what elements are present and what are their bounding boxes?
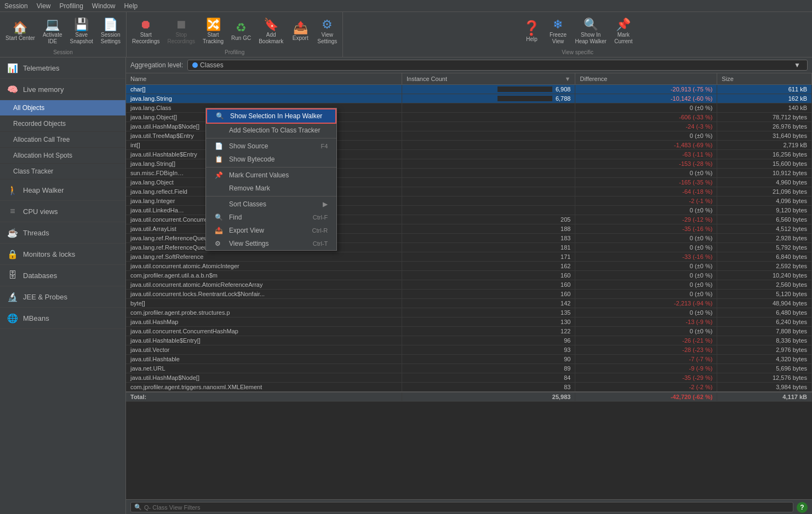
start-tracking-button[interactable]: 🔀 StartTracking [199,14,227,49]
col-header-count[interactable]: Instance Count▼ [402,73,575,85]
sidebar-sub-allocation-hot-spots[interactable]: Allocation Hot Spots [0,148,125,164]
menu-view[interactable]: View [32,1,55,11]
start-recordings-button[interactable]: ⏺ StartRecordings [129,14,163,49]
col-header-size[interactable]: Size [717,73,812,85]
stop-recordings-button[interactable]: ⏹ StopRecordings [164,14,199,49]
cell-diff: -64 (-18 %) [575,187,717,197]
statusbar-help-button[interactable]: ? [797,502,808,513]
start-center-button[interactable]: 🏠 Start Center [2,14,38,49]
view-settings-toolbar-button[interactable]: ⚙ ViewSettings [314,14,340,49]
table-row[interactable]: java.util.concurrent.ConcurrentHashMap12… [126,327,812,336]
sidebar-item-heap-walker[interactable]: 🚶 Heap Walker [0,180,125,201]
ctx-show-source[interactable]: 📄 Show Source F4 [206,140,336,153]
ctx-view-settings[interactable]: ⚙ View Settings Ctrl-T [206,237,336,250]
export-icon: 📤 [293,22,308,34]
cell-count: 96 [402,336,575,345]
menu-profiling[interactable]: Profiling [55,1,88,11]
col-header-name[interactable]: Name [126,73,402,85]
sidebar-item-jee-probes[interactable]: 🔬 JEE & Probes [0,286,125,308]
aggregation-value[interactable]: Classes ▼ [187,60,808,71]
ctx-add-selection-tracker[interactable]: Add Selection To Class Tracker [206,124,336,137]
sidebar-item-databases[interactable]: 🗄 Databases [0,265,125,286]
ctx-sort-classes[interactable]: Sort Classes ▶ [206,198,336,211]
sidebar-item-monitors-locks[interactable]: 🔒 Monitors & locks [0,244,125,265]
ctx-export-view[interactable]: 📤 Export View Ctrl-R [206,224,336,237]
run-gc-button[interactable]: ♻ Run GC [228,14,254,49]
sidebar-sub-allocation-call-tree[interactable]: Allocation Call Tree [0,132,125,148]
ctx-find[interactable]: 🔍 Find Ctrl-F [206,211,336,224]
table-row[interactable]: char[]6,908-20,913 (-75 %)611 kB [126,85,812,94]
menu-session[interactable]: Session [0,1,32,11]
total-label: Total: [126,392,402,402]
sidebar-item-label-cpu-views: CPU views [23,207,58,216]
ctx-show-bytecode[interactable]: 📋 Show Bytecode [206,153,336,166]
ctx-export-view-icon: 📤 [215,227,225,234]
cell-diff: 0 (±0 %) [575,169,717,178]
table-row[interactable]: com.jprofiler.agent.util.a.a.b.n$m1600 (… [126,271,812,280]
search-input[interactable] [144,504,790,511]
activate-ide-button[interactable]: 💻 ActivateIDE [39,14,66,49]
statusbar-search[interactable]: 🔍 [130,502,793,512]
sidebar-item-threads[interactable]: ☕ Threads [0,222,125,244]
cell-diff: -10,142 (-60 %) [575,94,717,103]
sidebar-sub-all-objects[interactable]: All Objects [0,100,125,116]
table-row[interactable]: byte[]142-2,213 (-94 %)48,904 bytes [126,299,812,308]
toolbar: 🏠 Start Center 💻 ActivateIDE 💾 SaveSnaps… [0,12,812,57]
sidebar-item-telemetries[interactable]: 📊 Telemetries [0,57,125,79]
run-gc-icon: ♻ [236,22,247,34]
menu-window[interactable]: Window [88,1,120,11]
ctx-remove-mark[interactable]: Remove Mark [206,182,336,195]
sidebar-sub-recorded-objects[interactable]: Recorded Objects [0,116,125,132]
table-row[interactable]: java.util.HashMap130-13 (-9 %)6,240 byte… [126,317,812,327]
table-row[interactable]: java.util.Vector93-28 (-23 %)2,976 bytes [126,345,812,355]
table-row[interactable]: java.util.Hashtable90-7 (-7 %)4,320 byte… [126,355,812,364]
export-button[interactable]: 📤 Export [288,14,313,49]
ctx-show-selection-heap[interactable]: 🔍 Show Selection In Heap Walker [206,108,336,124]
cell-size: 15,600 bytes [717,159,812,169]
cell-diff: -26 (-21 %) [575,336,717,345]
save-snapshot-label: SaveSnapshot [70,32,93,45]
sidebar-item-label-databases: Databases [23,272,57,280]
view-settings-label: ViewSettings [317,32,337,45]
table-row[interactable]: java.util.HashMap$Node[]84-35 (-29 %)12,… [126,373,812,383]
cell-count [402,113,575,122]
cpu-views-icon: ≡ [7,205,19,217]
aggregation-dropdown-arrow[interactable]: ▼ [792,61,803,69]
ctx-mark-current-values[interactable]: 📌 Mark Current Values [206,169,336,182]
sidebar-item-cpu-views[interactable]: ≡ CPU views [0,201,125,222]
table-row[interactable]: com.jprofiler.agent.triggers.nanoxml.XML… [126,383,812,392]
table-row[interactable]: com.jprofiler.agent.probe.structures.p13… [126,308,812,317]
table-row[interactable]: java.util.concurrent.atomic.AtomicIntege… [126,262,812,271]
ctx-sort-classes-label: Sort Classes [229,200,318,208]
cell-diff: 0 (±0 %) [575,234,717,243]
sidebar-item-live-memory[interactable]: 🧠 Live memory [0,79,125,100]
table-row[interactable]: java.lang.String6,788-10,142 (-60 %)162 … [126,94,812,103]
cell-size: 4,512 bytes [717,224,812,234]
ctx-mark-current-values-label: Mark Current Values [229,171,323,179]
mark-current-button[interactable]: 📌 MarkCurrent [611,14,636,49]
cell-diff: 0 (±0 %) [575,103,717,113]
show-in-heap-walker-button[interactable]: 🔍 Show InHeap Walker [571,14,609,49]
add-bookmark-label: AddBookmark [259,32,283,45]
cell-name: java.net.URL [126,364,402,373]
freeze-view-button[interactable]: ❄ FreezeView [545,14,570,49]
table-row[interactable]: java.util.Hashtable$Entry[]96-26 (-21 %)… [126,336,812,345]
ctx-show-bytecode-icon: 📋 [215,155,225,163]
add-bookmark-button[interactable]: 🔖 AddBookmark [255,14,287,49]
help-button[interactable]: ❓ Help [519,14,544,49]
ctx-sep2 [206,167,336,168]
table-row[interactable]: java.net.URL89-9 (-9 %)5,696 bytes [126,364,812,373]
table-row[interactable]: java.util.concurrent.locks.ReentrantLock… [126,290,812,299]
table-row[interactable]: java.lang.ref.SoftReference171-33 (-16 %… [126,252,812,262]
session-settings-button[interactable]: 📄 SessionSettings [98,14,124,49]
sidebar-item-mbeans[interactable]: 🌐 MBeans [0,308,125,329]
save-snapshot-button[interactable]: 💾 SaveSnapshot [67,14,96,49]
table-row[interactable]: java.util.concurrent.atomic.AtomicRefere… [126,280,812,290]
total-size: 4,117 kB [717,392,812,402]
col-header-diff[interactable]: Difference [575,73,717,85]
cell-diff: 0 (±0 %) [575,243,717,252]
cell-size: 31,640 bytes [717,131,812,141]
sidebar-sub-class-tracker[interactable]: Class Tracker [0,164,125,180]
ctx-find-shortcut: Ctrl-F [313,214,328,221]
menu-help[interactable]: Help [120,1,142,11]
